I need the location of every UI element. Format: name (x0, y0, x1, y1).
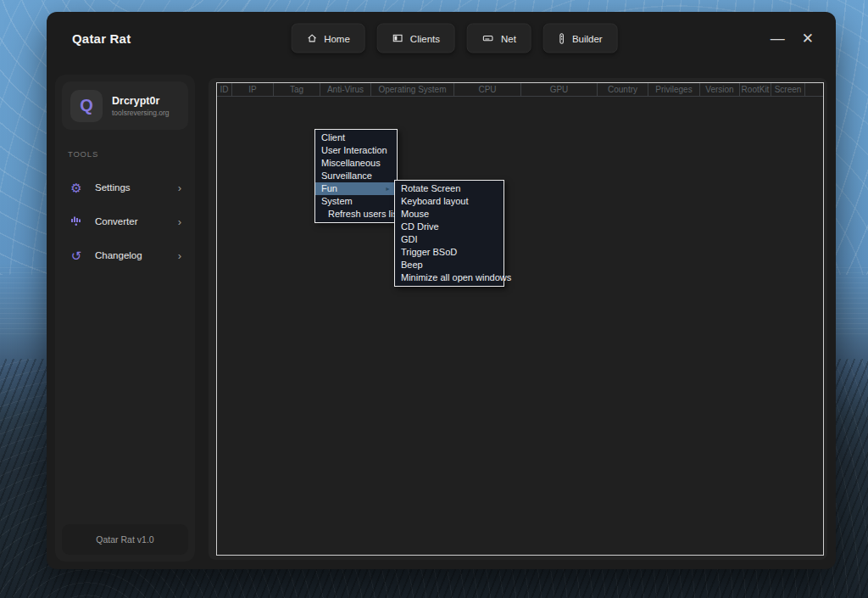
sidebar-item-converter[interactable]: Converter › (62, 210, 188, 233)
profile-card[interactable]: Q Drcrypt0r toolsreversing.org (62, 81, 188, 130)
clients-button[interactable]: Clients (377, 24, 455, 53)
column-header-country[interactable]: Country (598, 83, 648, 96)
usb-stick-icon (559, 32, 565, 44)
sidebar: Q Drcrypt0r toolsreversing.org TOOLS ⚙ S… (55, 75, 195, 562)
context-menu: Client User Interaction Miscellaneous Su… (314, 129, 398, 223)
submenu-item-keyboard-layout[interactable]: Keyboard layout (395, 195, 504, 208)
submenu-item-mouse[interactable]: Mouse (395, 208, 504, 221)
titlebar[interactable]: Qatar Rat Home Clients (47, 12, 836, 64)
history-icon: ↺ (69, 249, 84, 262)
sidebar-item-label: Settings (95, 182, 167, 193)
avatar: Q (70, 90, 103, 122)
submenu-item-minimize-all-open-windows[interactable]: Minimize all open windows (395, 271, 504, 284)
column-header-id[interactable]: ID (217, 83, 232, 96)
fun-submenu: Rotate Screen Keyboard layout Mouse CD D… (394, 180, 504, 287)
chevron-right-icon: › (178, 215, 181, 228)
menu-item-client[interactable]: Client (315, 131, 397, 144)
submenu-item-gdi[interactable]: GDI (395, 233, 504, 246)
menu-item-refresh-users-list[interactable]: Refresh users list (315, 208, 397, 221)
nav-label: Home (324, 33, 350, 43)
nav-label: Clients (410, 33, 440, 43)
monitor-icon (392, 33, 403, 44)
table-header-row: ID IP Tag Anti-Virus Operating System CP… (217, 83, 823, 97)
column-header-ip[interactable]: IP (232, 83, 274, 96)
column-header-tag[interactable]: Tag (274, 83, 320, 96)
menu-item-surveillance[interactable]: Surveillance (315, 170, 397, 182)
submenu-item-beep[interactable]: Beep (395, 259, 504, 271)
app-title: Qatar Rat (72, 31, 131, 46)
profile-name: Drcrypt0r (112, 95, 170, 107)
column-header-version[interactable]: Version (700, 83, 740, 96)
desktop: Qatar Rat Home Clients (0, 0, 868, 598)
menu-item-miscellaneous[interactable]: Miscellaneous (315, 157, 397, 170)
chevron-right-icon: › (178, 182, 181, 194)
window-controls: — ✕ (771, 31, 814, 46)
chevron-right-icon: › (178, 249, 181, 262)
builder-button[interactable]: Builder (543, 24, 618, 53)
submenu-item-trigger-bsod[interactable]: Trigger BSoD (395, 246, 504, 259)
column-header-screen[interactable]: Screen (771, 83, 805, 96)
submenu-item-cd-drive[interactable]: CD Drive (395, 221, 504, 233)
tools-section-label: TOOLS (68, 149, 98, 159)
net-button[interactable]: Net (467, 24, 531, 53)
minimize-button[interactable]: — (771, 31, 785, 46)
home-icon (306, 33, 317, 44)
bars-icon (69, 215, 84, 228)
sidebar-item-settings[interactable]: ⚙ Settings › (62, 176, 188, 199)
submenu-arrow-icon: ► (385, 182, 391, 195)
submenu-item-rotate-screen[interactable]: Rotate Screen (395, 182, 504, 195)
home-button[interactable]: Home (291, 24, 365, 53)
column-header-os[interactable]: Operating System (371, 83, 454, 96)
column-header-rootkit[interactable]: RootKit (740, 83, 771, 96)
profile-text: Drcrypt0r toolsreversing.org (112, 95, 170, 117)
modem-icon (482, 33, 494, 44)
clients-table[interactable]: ID IP Tag Anti-Virus Operating System CP… (216, 82, 824, 556)
sidebar-item-label: Converter (95, 216, 167, 226)
sidebar-item-label: Changelog (95, 250, 167, 260)
main-panel: ID IP Tag Anti-Virus Operating System CP… (209, 78, 827, 560)
column-header-cpu[interactable]: CPU (454, 83, 521, 96)
nav-bar: Home Clients Net (291, 24, 618, 53)
sidebar-item-changelog[interactable]: ↺ Changelog › (62, 243, 188, 267)
app-window: Qatar Rat Home Clients (47, 12, 836, 569)
menu-item-system[interactable]: System (315, 195, 397, 208)
app-version-label: Qatar Rat v1.0 (62, 524, 188, 555)
profile-org: toolsreversing.org (112, 109, 170, 117)
nav-label: Builder (572, 33, 603, 43)
column-header-gpu[interactable]: GPU (521, 83, 598, 96)
menu-item-fun[interactable]: Fun ► (315, 182, 397, 195)
column-header-privileges[interactable]: Privileges (648, 83, 700, 96)
nav-label: Net (501, 33, 516, 43)
column-header-antivirus[interactable]: Anti-Virus (320, 83, 371, 96)
menu-item-user-interaction[interactable]: User Interaction (315, 144, 397, 157)
gear-icon: ⚙ (69, 182, 84, 194)
menu-item-label: Fun (321, 182, 337, 195)
close-button[interactable]: ✕ (802, 31, 814, 46)
